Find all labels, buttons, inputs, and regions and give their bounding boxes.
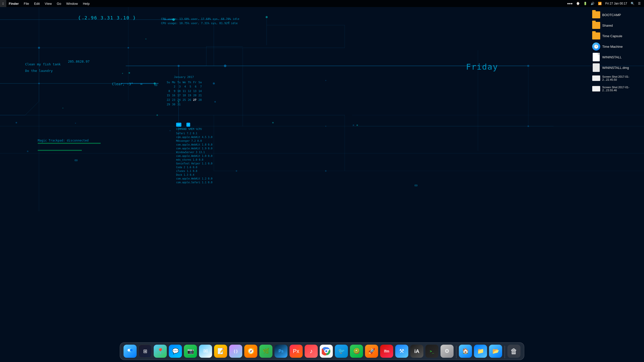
dash-icon: { } (229, 345, 242, 358)
trackpad-bar-2 (38, 150, 82, 151)
svg-point-18 (172, 18, 175, 21)
dock-item-facetime[interactable]: 📷 (183, 344, 197, 358)
chrome-icon (320, 345, 333, 358)
menu-view[interactable]: View (42, 0, 54, 7)
search-icon[interactable]: 🔍 (629, 0, 636, 7)
svg-point-56 (130, 349, 133, 351)
wifi-icon[interactable]: 📶 (597, 0, 603, 7)
sidebar-label-bootcamp: BOOTCAMP (602, 13, 621, 17)
menubar-right: ●●● ⌚ 🔋 🔊 📶 Fri 27 Jan 00:17 🔍 ☰ (566, 0, 644, 7)
menu-help[interactable]: Help (80, 0, 92, 7)
apple-menu[interactable]:  (0, 0, 6, 7)
sidebar-item-timecapsule[interactable]: Time Capsule (590, 31, 643, 41)
dock-item-finder3[interactable]: 📁 (473, 344, 488, 358)
circuit-background (0, 0, 644, 362)
sidebar-item-wininstall-dmg[interactable]: WININSTALL.dmg (590, 63, 643, 73)
svg-point-35 (214, 101, 216, 103)
menu-window[interactable]: Window (64, 0, 80, 7)
process-widget: ●● ● COMMAND %MEM %CPU Safari 7.2 0.1 co… (176, 123, 213, 184)
dock-item-dash[interactable]: { } (229, 344, 243, 358)
menubar:  Finder File Edit View Go Window Help ●… (0, 0, 644, 7)
sidebar-item-bootcamp[interactable]: BOOTCAMP (590, 10, 643, 20)
menu-edit[interactable]: Edit (31, 0, 42, 7)
svg-point-53 (325, 126, 326, 127)
proc-indicator2: ● (186, 123, 190, 127)
dock-item-robinhoodie[interactable]: 🌿 (259, 344, 273, 358)
dock-item-launchpad[interactable]: ⊞ (138, 344, 152, 358)
dock-item-finder2[interactable]: 🏠 (458, 344, 472, 358)
dock-item-ia[interactable]: iA (410, 344, 424, 358)
svg-point-17 (128, 47, 129, 49)
notification-center-icon[interactable]: ☰ (637, 0, 642, 7)
process-line-6: WindowServer 3 13.1 (176, 150, 213, 154)
dock-item-xcode[interactable]: ⚒ (395, 344, 409, 358)
sidebar-label-screenshot2: Screen Shot 2017-01-2...23.55.46 (602, 86, 640, 92)
dock-item-scrobbler[interactable]: lfm (380, 344, 394, 358)
svg-point-21 (38, 83, 40, 84)
svg-point-29 (129, 72, 130, 74)
dock-item-mail[interactable]: ✉ (198, 344, 213, 358)
svg-point-36 (353, 124, 354, 126)
calendar-week-4: 22 23 24 25 26 27 28 (166, 98, 202, 102)
terminal-icon: >_ (425, 345, 438, 358)
dock-item-sysprefs[interactable]: ⚙ (440, 344, 454, 358)
system-icons: ●●● (566, 0, 574, 7)
finder3-icon: 📁 (474, 345, 487, 358)
datetime: Fri 27 Jan 00:17 (604, 0, 628, 7)
finder4-icon: 📂 (489, 345, 502, 358)
process-line-13: com.apple.WebKit 1.2 0.0 (176, 177, 213, 180)
infinity-icon: ∞ (140, 82, 142, 86)
trackpad-bar-1 (38, 143, 101, 144)
dock-item-photoshop[interactable]: Ps (274, 344, 288, 358)
sidebar-item-screenshot1[interactable]: Screen Shot 2017-01-2...22.45.50 (590, 73, 643, 83)
dock-item-kiwi[interactable]: 🥝 (349, 344, 364, 358)
mail-icon: ✉ (199, 345, 212, 358)
sidebar-item-shared[interactable]: Shared (590, 20, 643, 30)
svg-point-52 (236, 170, 237, 172)
dock-item-compass[interactable]: 🧭 (244, 344, 258, 358)
dock-item-stickies[interactable]: 📝 (214, 344, 228, 358)
app-name[interactable]: Finder (6, 0, 21, 7)
calendar-week-2: 8 9 10 11 12 13 14 (166, 89, 202, 94)
photoshop-icon: Ps (274, 345, 288, 358)
calendar-week-3: 15 16 17 18 19 20 21 (166, 93, 202, 98)
sidebar-item-screenshot2[interactable]: Screen Shot 2017-01-2...23.55.46 (590, 84, 643, 94)
load-widget: { 2.96 3.31 3.10 } (78, 15, 136, 20)
dock-item-music[interactable]: ♪ (304, 344, 318, 358)
sidebar: BOOTCAMP Shared Time Capsule 🕐 Time Mach… (589, 7, 644, 342)
svg-point-32 (156, 114, 158, 116)
menu-file[interactable]: File (21, 0, 31, 7)
dock-item-finder[interactable] (123, 344, 137, 358)
dock-item-pixelmator[interactable]: Px (289, 344, 303, 358)
sidebar-item-timemachine[interactable]: 🕐 Time Machine (590, 41, 643, 52)
pixelmator-icon: Px (290, 345, 303, 358)
cal-col-fr: Fr (192, 80, 196, 85)
cpu-line2: CPU usage: 10.75% user, 7.31% sys, 81.92… (161, 21, 239, 26)
dock-item-twitterrific[interactable]: 🐦 (334, 344, 348, 358)
screenshot1-icon (592, 74, 600, 82)
twitterrific-icon: 🐦 (335, 345, 348, 358)
menu-go[interactable]: Go (54, 0, 64, 7)
timemachine-icon: 🕐 (592, 42, 600, 51)
trash-icon: 🗑 (507, 345, 520, 358)
dock-item-chrome[interactable] (319, 344, 333, 358)
compass-icon: 🧭 (244, 345, 257, 358)
dock-item-trash[interactable]: 🗑 (507, 344, 521, 358)
weather-widget: Clear, -3° ∞ (112, 82, 142, 86)
finder-icon (124, 345, 137, 358)
folder-icon-timecapsule (592, 32, 600, 40)
calendar-week-1: 2 3 4 5 6 7 (166, 84, 202, 89)
dock-item-finder4[interactable]: 📂 (489, 344, 503, 358)
svg-point-47 (527, 65, 529, 67)
volume-icon[interactable]: 🔊 (589, 0, 596, 7)
cal-col-we: We (182, 80, 186, 85)
dock-item-terminal[interactable]: >_ (425, 344, 439, 358)
dock-item-maps[interactable]: 📍 (153, 344, 167, 358)
svg-point-48 (528, 125, 529, 127)
infinity-widget-1: ∞ (154, 82, 157, 88)
sidebar-item-wininstall[interactable]: WININSTALL (590, 52, 643, 62)
screenshot2-icon (592, 85, 600, 93)
dock-item-transmit[interactable]: 🚀 (365, 344, 379, 358)
battery-icon[interactable]: 🔋 (582, 0, 588, 7)
dock-item-messenger[interactable]: 💬 (168, 344, 182, 358)
